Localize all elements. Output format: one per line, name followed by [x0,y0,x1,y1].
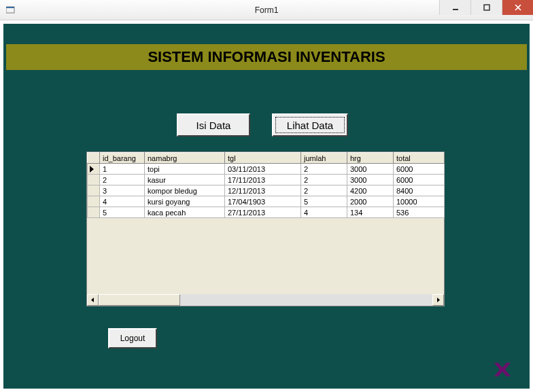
cell-jumlah[interactable]: 4 [301,207,347,218]
cell-hrg[interactable]: 4200 [347,185,394,196]
table-row[interactable]: 4 kursi goyang 17/04/1903 5 2000 10000 [88,196,445,207]
cell-nama[interactable]: kaca pecah [145,207,225,218]
row-header [88,185,100,196]
cell-tgl[interactable]: 12/11/2013 [225,185,301,196]
cell-hrg[interactable]: 3000 [347,175,394,185]
cell-jumlah[interactable]: 2 [301,164,347,175]
cell-nama[interactable]: kasur [145,175,225,185]
table-row[interactable]: 5 kaca pecah 27/11/2013 4 134 536 [88,207,445,218]
close-x-icon[interactable] [490,357,515,382]
page-title-banner: SISTEM INFORMASI INVENTARIS [6,44,527,70]
close-button[interactable] [502,0,533,15]
cell-hrg[interactable]: 134 [347,207,394,218]
lihat-data-label: Lihat Data [287,120,333,131]
scroll-track[interactable] [99,294,432,306]
col-id-barang[interactable]: id_barang [100,153,145,164]
window-titlebar: Form1 [0,0,533,20]
table-row[interactable]: 2 kasur 17/11/2013 2 3000 6000 [88,175,445,185]
table-row[interactable]: 1 topi 03/11/2013 2 3000 6000 [88,164,445,175]
cell-jumlah[interactable]: 2 [301,175,347,185]
cell-jumlah[interactable]: 5 [301,196,347,207]
col-hrg[interactable]: hrg [347,153,394,164]
col-total[interactable]: total [394,153,445,164]
row-header [88,175,100,185]
cell-tgl[interactable]: 27/11/2013 [225,207,301,218]
cell-hrg[interactable]: 2000 [347,196,394,207]
cell-total[interactable]: 536 [394,207,445,218]
isi-data-label: Isi Data [196,120,231,131]
row-indicator-icon [88,164,100,175]
cell-id[interactable]: 1 [100,164,145,175]
data-grid[interactable]: id_barang namabrg tgl jumlah hrg total 1… [86,152,445,306]
horizontal-scrollbar[interactable] [87,294,444,306]
row-header-corner [88,153,100,164]
cell-id[interactable]: 5 [100,207,145,218]
table-header-row: id_barang namabrg tgl jumlah hrg total [88,153,445,164]
cell-id[interactable]: 4 [100,196,145,207]
lihat-data-button[interactable]: Lihat Data [272,113,348,137]
cell-id[interactable]: 2 [100,175,145,185]
scroll-right-button[interactable] [432,294,444,306]
minimize-button[interactable] [439,0,470,15]
data-table: id_barang namabrg tgl jumlah hrg total 1… [87,152,445,218]
window-controls [439,0,533,20]
cell-hrg[interactable]: 3000 [347,164,394,175]
isi-data-button[interactable]: Isi Data [177,113,250,137]
cell-total[interactable]: 8400 [394,185,445,196]
cell-nama[interactable]: topi [145,164,225,175]
cell-jumlah[interactable]: 2 [301,185,347,196]
table-row[interactable]: 3 kompor bledug 12/11/2013 2 4200 8400 [88,185,445,196]
row-header [88,196,100,207]
form-background: SISTEM INFORMASI INVENTARIS Isi Data Lih… [3,24,530,389]
cell-tgl[interactable]: 03/11/2013 [225,164,301,175]
svg-rect-3 [484,5,489,10]
col-jumlah[interactable]: jumlah [301,153,347,164]
cell-total[interactable]: 10000 [394,196,445,207]
cell-tgl[interactable]: 17/11/2013 [225,175,301,185]
col-tgl[interactable]: tgl [225,153,301,164]
scroll-thumb[interactable] [99,294,180,306]
logout-label: Logout [120,334,145,343]
cell-id[interactable]: 3 [100,185,145,196]
scroll-left-button[interactable] [87,294,99,306]
svg-rect-2 [453,9,458,10]
cell-nama[interactable]: kompor bledug [145,185,225,196]
cell-total[interactable]: 6000 [394,175,445,185]
maximize-button[interactable] [470,0,502,15]
logout-button[interactable]: Logout [108,328,157,349]
cell-nama[interactable]: kursi goyang [145,196,225,207]
col-namabrg[interactable]: namabrg [145,153,225,164]
cell-total[interactable]: 6000 [394,164,445,175]
cell-tgl[interactable]: 17/04/1903 [225,196,301,207]
row-header [88,207,100,218]
page-title: SISTEM INFORMASI INVENTARIS [148,48,385,66]
